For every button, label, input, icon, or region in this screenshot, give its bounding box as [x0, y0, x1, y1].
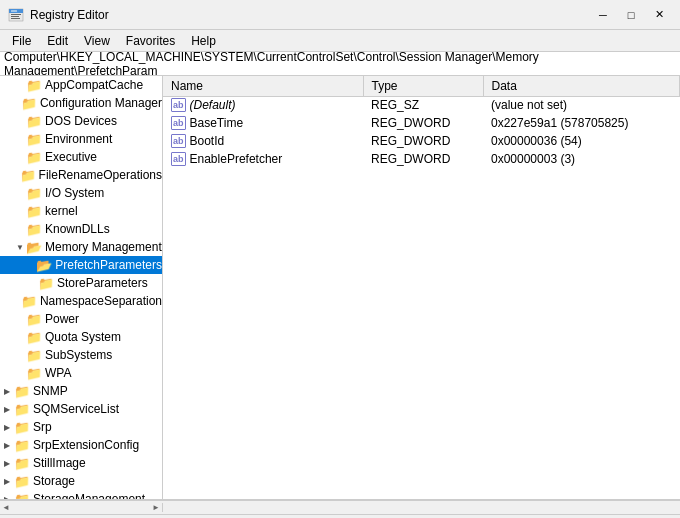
tree-item-label: Quota System	[45, 330, 121, 344]
folder-icon: 📂	[36, 258, 52, 273]
tree-item[interactable]: ▶📁SrpExtensionConfig	[0, 436, 162, 454]
dword-icon: ab	[171, 152, 186, 166]
tree-item[interactable]: 📁I/O System	[0, 184, 162, 202]
tree-item[interactable]: ▶📁StorageManagement	[0, 490, 162, 499]
tree-item[interactable]: 📁SubSystems	[0, 346, 162, 364]
tree-item[interactable]: ▶📁SQMServiceList	[0, 400, 162, 418]
folder-icon: 📁	[14, 456, 30, 471]
col-data[interactable]: Data	[483, 76, 680, 96]
folder-icon: 📁	[14, 438, 30, 453]
title-bar: Registry Editor ─ □ ✕	[0, 0, 680, 30]
folder-icon: 📁	[26, 78, 42, 93]
cell-type: REG_DWORD	[363, 150, 483, 168]
svg-rect-3	[11, 14, 21, 15]
folder-icon: 📁	[26, 330, 42, 345]
tree-item[interactable]: 📁Executive	[0, 148, 162, 166]
menu-item-edit[interactable]: Edit	[39, 32, 76, 50]
folder-icon: 📁	[14, 420, 30, 435]
title-left: Registry Editor	[8, 7, 109, 23]
hscroll-left-arrow[interactable]: ◄	[2, 503, 10, 512]
tree-item-label: StillImage	[33, 456, 86, 470]
hscroll-left: ◄ ►	[0, 503, 163, 512]
cell-name: abEnablePrefetcher	[163, 150, 363, 168]
tree-item[interactable]: 📁NamespaceSeparation	[0, 292, 162, 310]
cell-name: ab(Default)	[163, 96, 363, 114]
tree-item[interactable]: ▶📁Srp	[0, 418, 162, 436]
tree-item[interactable]: 📁WPA	[0, 364, 162, 382]
folder-icon: 📁	[14, 492, 30, 500]
tree-item-label: Configuration Manager	[40, 96, 162, 110]
title-text: Registry Editor	[30, 8, 109, 22]
minimize-button[interactable]: ─	[590, 5, 616, 25]
tree-item-label: StoreParameters	[57, 276, 148, 290]
tree-item-label: NamespaceSeparation	[40, 294, 162, 308]
tree-item-label: kernel	[45, 204, 78, 218]
right-pane[interactable]: Name Type Data ab(Default)REG_SZ(value n…	[163, 76, 680, 499]
tree-item[interactable]: 📂PrefetchParameters	[0, 256, 162, 274]
tree-item-label: SrpExtensionConfig	[33, 438, 139, 452]
tree-item[interactable]: 📁Environment	[0, 130, 162, 148]
registry-icon	[8, 7, 24, 23]
folder-icon: 📁	[20, 168, 36, 183]
tree-item[interactable]: 📁Configuration Manager	[0, 94, 162, 112]
tree-item[interactable]: 📁Power	[0, 310, 162, 328]
maximize-button[interactable]: □	[618, 5, 644, 25]
expand-icon: ▶	[4, 477, 14, 486]
ab-icon: ab	[171, 98, 186, 112]
hscroll-right-arrow[interactable]: ►	[152, 503, 160, 512]
tree-item[interactable]: 📁AppCompatCache	[0, 76, 162, 94]
table-row[interactable]: ab(Default)REG_SZ(value not set)	[163, 96, 680, 114]
address-path: Computer\HKEY_LOCAL_MACHINE\SYSTEM\Curre…	[4, 52, 676, 76]
expand-icon: ▶	[4, 441, 14, 450]
table-row[interactable]: abEnablePrefetcherREG_DWORD0x00000003 (3…	[163, 150, 680, 168]
tree-item[interactable]: 📁FileRenameOperations	[0, 166, 162, 184]
cell-data: 0x227e59a1 (578705825)	[483, 114, 680, 132]
tree-item[interactable]: 📁KnownDLLs	[0, 220, 162, 238]
table-row[interactable]: abBootIdREG_DWORD0x00000036 (54)	[163, 132, 680, 150]
col-name[interactable]: Name	[163, 76, 363, 96]
tree-item[interactable]: 📁Quota System	[0, 328, 162, 346]
tree-item[interactable]: ▶📁StillImage	[0, 454, 162, 472]
tree-item-label: FileRenameOperations	[39, 168, 162, 182]
tree-item-label: SNMP	[33, 384, 68, 398]
tree-item-label: SQMServiceList	[33, 402, 119, 416]
tree-pane[interactable]: 📁AppCompatCache📁Configuration Manager📁DO…	[0, 76, 163, 499]
close-button[interactable]: ✕	[646, 5, 672, 25]
cell-type: REG_DWORD	[363, 132, 483, 150]
tree-item[interactable]: ▶📁Storage	[0, 472, 162, 490]
menu-item-help[interactable]: Help	[183, 32, 224, 50]
tree-item-label: Storage	[33, 474, 75, 488]
main-content: 📁AppCompatCache📁Configuration Manager📁DO…	[0, 76, 680, 500]
tree-item-label: Memory Management	[45, 240, 162, 254]
menu-item-file[interactable]: File	[4, 32, 39, 50]
cell-type: REG_SZ	[363, 96, 483, 114]
cell-data: (value not set)	[483, 96, 680, 114]
dword-icon: ab	[171, 134, 186, 148]
expand-icon: ▶	[4, 405, 14, 414]
title-controls: ─ □ ✕	[590, 5, 672, 25]
menu-item-view[interactable]: View	[76, 32, 118, 50]
tree-item-label: SubSystems	[45, 348, 112, 362]
cell-data: 0x00000003 (3)	[483, 150, 680, 168]
table-row[interactable]: abBaseTimeREG_DWORD0x227e59a1 (578705825…	[163, 114, 680, 132]
expand-icon: ▶	[4, 423, 14, 432]
cell-data: 0x00000036 (54)	[483, 132, 680, 150]
folder-icon: 📁	[26, 348, 42, 363]
folder-icon: 📁	[26, 366, 42, 381]
tree-item[interactable]: 📁kernel	[0, 202, 162, 220]
tree-item[interactable]: 📁StoreParameters	[0, 274, 162, 292]
hscroll-bar: ◄ ►	[0, 500, 680, 514]
tree-item[interactable]: ▼📂Memory Management	[0, 238, 162, 256]
expand-icon: ▶	[4, 387, 14, 396]
tree-item[interactable]: 📁DOS Devices	[0, 112, 162, 130]
cell-type: REG_DWORD	[363, 114, 483, 132]
folder-icon: 📁	[26, 186, 42, 201]
tree-item-label: Srp	[33, 420, 52, 434]
address-bar: Computer\HKEY_LOCAL_MACHINE\SYSTEM\Curre…	[0, 52, 680, 76]
folder-icon: 📁	[21, 294, 37, 309]
svg-rect-5	[11, 18, 20, 19]
folder-icon: 📁	[26, 132, 42, 147]
menu-item-favorites[interactable]: Favorites	[118, 32, 183, 50]
tree-item[interactable]: ▶📁SNMP	[0, 382, 162, 400]
col-type[interactable]: Type	[363, 76, 483, 96]
